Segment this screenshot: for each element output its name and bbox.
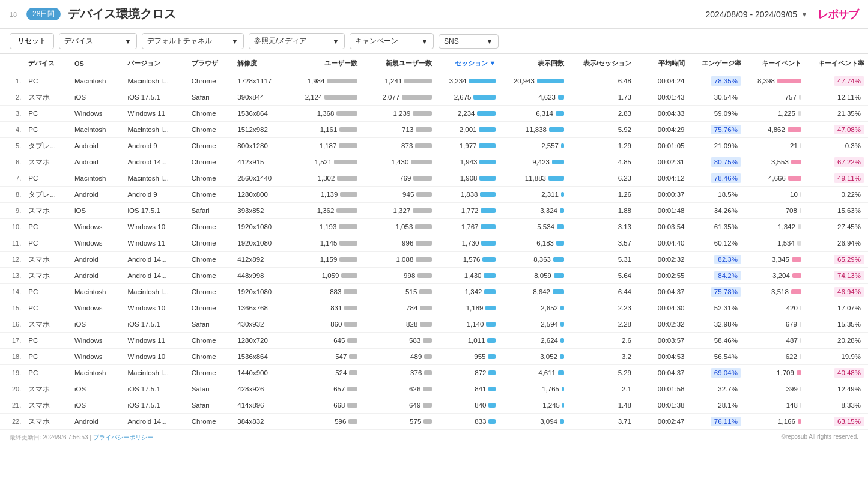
- channel-filter[interactable]: デフォルトチャネル ▼: [142, 33, 244, 49]
- cell-os: Macintosh: [71, 284, 124, 300]
- col-header-users[interactable]: ユーザー数: [291, 54, 362, 73]
- cell-browser: Chrome: [188, 138, 234, 154]
- cell-pageviews: 3,052: [499, 349, 567, 365]
- cell-pps: 3.57: [568, 235, 635, 252]
- col-header-pps[interactable]: 表示/セッション: [568, 54, 635, 73]
- cell-newusers: 945: [361, 187, 436, 203]
- cell-keyrate: 8.33%: [805, 397, 868, 414]
- col-header-browser[interactable]: ブラウザ: [188, 54, 234, 73]
- cell-avgtime: 00:03:57: [635, 333, 688, 349]
- cell-version: Android 14...: [124, 268, 187, 284]
- cell-pps: 5.92: [568, 122, 635, 138]
- cell-pageviews: 6,183: [499, 235, 567, 252]
- cell-os: Android: [71, 252, 124, 268]
- cell-browser: Chrome: [188, 219, 234, 235]
- cell-rank: 2.: [0, 89, 25, 106]
- col-header-device[interactable]: デバイス: [25, 54, 71, 73]
- cell-resolution: 393x852: [234, 203, 290, 219]
- cell-engage: 78.35%: [688, 73, 745, 89]
- col-header-pageviews[interactable]: 表示回数: [499, 54, 567, 73]
- cell-users: 1,521: [291, 154, 362, 170]
- day-badge: 28日間: [26, 8, 61, 20]
- cell-sessions: 1,908: [436, 170, 499, 187]
- cell-newusers: 713: [361, 122, 436, 138]
- col-header-newusers[interactable]: 新規ユーザー数: [361, 54, 436, 73]
- cell-users: 1,193: [291, 219, 362, 235]
- col-header-avgtime[interactable]: 平均時間: [635, 54, 688, 73]
- cell-version: Macintosh I...: [124, 365, 187, 381]
- cell-pps: 2.23: [568, 300, 635, 316]
- cell-device: PC: [25, 73, 71, 89]
- cell-keyevent: 3,553: [745, 154, 805, 170]
- col-header-engage[interactable]: エンゲージ率: [688, 54, 745, 73]
- col-header-keyevent[interactable]: キーイベント: [745, 54, 805, 73]
- cell-pps: 1.48: [568, 397, 635, 414]
- footer-copyright: ©reposub All rights reserved.: [781, 433, 858, 442]
- cell-users: 524: [291, 365, 362, 381]
- cell-sessions: 1,430: [436, 268, 499, 284]
- cell-resolution: 412x892: [234, 252, 290, 268]
- cell-rank: 12.: [0, 252, 25, 268]
- cell-resolution: 1536x864: [234, 106, 290, 122]
- cell-rank: 8.: [0, 187, 25, 203]
- cell-resolution: 1512x982: [234, 122, 290, 138]
- cell-browser: Chrome: [188, 252, 234, 268]
- cell-engage: 76.11%: [688, 414, 745, 430]
- cell-keyrate: 15.35%: [805, 316, 868, 333]
- cell-browser: Chrome: [188, 73, 234, 89]
- app-wrapper: 18 28日間 デバイス環境クロス 2024/08/09 - 2024/09/0…: [0, 0, 868, 445]
- cell-rank: 11.: [0, 235, 25, 252]
- cell-keyrate: 40.48%: [805, 365, 868, 381]
- cell-avgtime: 00:04:40: [635, 235, 688, 252]
- cell-pageviews: 2,557: [499, 138, 567, 154]
- cell-engage: 80.75%: [688, 154, 745, 170]
- cell-resolution: 448x998: [234, 268, 290, 284]
- cell-users: 668: [291, 397, 362, 414]
- cell-engage: 32.7%: [688, 381, 745, 397]
- sns-filter[interactable]: SNS ▼: [439, 34, 499, 49]
- cell-newusers: 996: [361, 235, 436, 252]
- cell-avgtime: 00:01:38: [635, 397, 688, 414]
- cell-device: スマホ: [25, 397, 71, 414]
- cell-rank: 9.: [0, 203, 25, 219]
- privacy-link[interactable]: プライバシーポリシー: [93, 434, 153, 441]
- cell-users: 645: [291, 333, 362, 349]
- reset-button[interactable]: リセット: [10, 33, 54, 49]
- cell-sessions: 1,011: [436, 333, 499, 349]
- cell-device: PC: [25, 106, 71, 122]
- col-header-resolution[interactable]: 解像度: [234, 54, 290, 73]
- cell-newusers: 828: [361, 316, 436, 333]
- cell-browser: Chrome: [188, 187, 234, 203]
- cell-device: スマホ: [25, 316, 71, 333]
- cell-rank: 4.: [0, 122, 25, 138]
- cell-keyrate: 0.22%: [805, 187, 868, 203]
- cell-users: 1,159: [291, 252, 362, 268]
- cell-os: Windows: [71, 300, 124, 316]
- cell-pageviews: 8,363: [499, 252, 567, 268]
- cell-newusers: 1,241: [361, 73, 436, 89]
- cell-newusers: 2,077: [361, 89, 436, 106]
- cell-browser: Safari: [188, 316, 234, 333]
- cell-device: PC: [25, 284, 71, 300]
- cell-os: Windows: [71, 333, 124, 349]
- cell-pps: 5.64: [568, 268, 635, 284]
- cell-pageviews: 9,423: [499, 154, 567, 170]
- col-header-sessions[interactable]: セッション ▼: [436, 54, 499, 73]
- cell-browser: Safari: [188, 203, 234, 219]
- col-header-os[interactable]: OS: [71, 54, 124, 73]
- cell-version: iOS 17.5.1: [124, 89, 187, 106]
- referral-filter[interactable]: 参照元/メディア ▼: [249, 33, 345, 49]
- col-header-version[interactable]: バージョン: [124, 54, 187, 73]
- device-filter[interactable]: デバイス ▼: [59, 33, 137, 49]
- cell-device: PC: [25, 300, 71, 316]
- cell-keyevent: 1,342: [745, 219, 805, 235]
- cell-keyrate: 21.35%: [805, 106, 868, 122]
- cell-rank: 19.: [0, 365, 25, 381]
- col-header-keyrate[interactable]: キーイベント率: [805, 54, 868, 73]
- channel-filter-label: デフォルトチャネル: [147, 36, 212, 46]
- date-dropdown-icon[interactable]: ▼: [801, 10, 808, 19]
- cell-pps: 5.31: [568, 252, 635, 268]
- table-row: 7. PC Macintosh Macintosh I... Chrome 25…: [0, 170, 868, 187]
- cell-users: 1,161: [291, 122, 362, 138]
- campaign-filter[interactable]: キャンペーン ▼: [350, 33, 434, 49]
